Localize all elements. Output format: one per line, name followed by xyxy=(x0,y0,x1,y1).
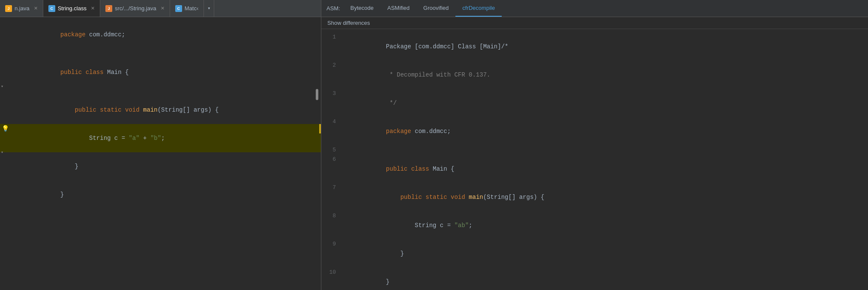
right-code-text-6: public class Main { xyxy=(343,155,868,183)
right-line-5: 5 xyxy=(321,145,868,155)
r-str-ab: "ab" xyxy=(454,222,469,229)
code-line-6: 💡 String c = "a" + "b"; xyxy=(0,124,321,152)
string-decl: String c = xyxy=(60,135,129,142)
comment-end: */ xyxy=(386,100,397,107)
tab-cfrdecompile[interactable]: cfrDecompile xyxy=(455,0,502,17)
line-num-1: 1 xyxy=(321,33,343,42)
right-line-10: 10 } xyxy=(321,268,868,290)
tab-string-class[interactable]: C String.class ✕ xyxy=(43,0,100,17)
plus: + xyxy=(140,135,150,142)
r-kw-public-6: public xyxy=(386,166,411,172)
line-num-9: 9 xyxy=(321,240,343,249)
right-code-text-7: public static void main(String[] args) { xyxy=(343,183,868,211)
code-text-3: public class Main { xyxy=(17,58,317,86)
tab-string-class-close[interactable]: ✕ xyxy=(91,6,95,11)
code-text-5: public static void main(String[] args) { xyxy=(17,96,317,124)
fold-icon-4[interactable]: ▾ xyxy=(1,84,3,89)
r-closing-brace-9: } xyxy=(386,250,404,257)
fold-icon-7[interactable]: ▾ xyxy=(1,150,3,155)
str-a: "a" xyxy=(129,135,139,142)
java-icon: J xyxy=(5,5,12,12)
diff-marker-6 xyxy=(319,124,321,133)
kw-public-5: public xyxy=(60,107,100,113)
r-kw-public-7: public xyxy=(386,194,425,201)
right-code-text-10: } xyxy=(343,268,868,290)
closing-brace-7: } xyxy=(60,163,78,170)
class-name-3: Main { xyxy=(107,69,129,76)
code-text-2 xyxy=(17,49,317,58)
code-line-5: public static void main(String[] args) { xyxy=(0,96,321,124)
line-num-7: 7 xyxy=(321,183,343,192)
tab-src-string-java[interactable]: J src/.../String.java ✕ xyxy=(100,0,170,17)
code-text-7: } xyxy=(17,152,317,181)
r-kw-static-7: static xyxy=(425,194,451,201)
line-num-6: 6 xyxy=(321,155,343,164)
lightbulb-icon[interactable]: 💡 xyxy=(2,125,9,132)
right-line-2: 2 * Decompiled with CFR 0.137. xyxy=(321,61,868,89)
right-line-1: 1 Package [com.ddmcc] Class [Main]/* xyxy=(321,33,868,61)
tab-match-label: Matc‹ xyxy=(185,5,199,12)
kw-package: package xyxy=(60,31,89,38)
args-5: (String[] args) { xyxy=(158,107,219,113)
tab-main-java-close[interactable]: ✕ xyxy=(34,6,38,11)
class-icon: C xyxy=(48,5,55,12)
tab-groovified[interactable]: Groovified xyxy=(416,0,455,17)
code-line-8: } xyxy=(0,181,321,209)
code-line-4: ▾ xyxy=(0,86,321,96)
code-line-7: ▾ } xyxy=(0,152,321,181)
right-line-8: 8 String c = "ab"; xyxy=(321,211,868,240)
semicolon-6: ; xyxy=(161,135,165,142)
right-code-text-2: * Decompiled with CFR 0.137. xyxy=(343,61,868,89)
r-semicolon-8: ; xyxy=(469,222,472,229)
r-kw-void-7: void xyxy=(451,194,469,201)
r-string-decl: String c = xyxy=(386,222,455,229)
r-closing-brace-10: } xyxy=(386,278,389,285)
code-text-1: package com.ddmcc; xyxy=(17,21,317,49)
code-line-2 xyxy=(0,49,321,58)
right-code-text-1: Package [com.ddmcc] Class [Main]/* xyxy=(343,33,868,61)
line-num-4: 4 xyxy=(321,117,343,127)
kw-void-5: void xyxy=(125,107,143,113)
code-text-4 xyxy=(17,86,317,96)
r-kw-class-6: class xyxy=(411,166,433,172)
show-differences-bar[interactable]: Show differences xyxy=(321,17,868,29)
line-num-2: 2 xyxy=(321,61,343,70)
pkg-class-header: Package [com.ddmcc] Class [Main]/* xyxy=(386,43,509,50)
str-b: "b" xyxy=(150,135,161,142)
line-num-3: 3 xyxy=(321,89,343,98)
left-code-area[interactable]: package com.ddmcc; public class Main { xyxy=(0,17,321,290)
tab-main-java[interactable]: J n.java ✕ xyxy=(0,0,43,17)
right-code-text-8: String c = "ab"; xyxy=(343,211,868,240)
r-class-name-6: Main { xyxy=(433,166,454,172)
code-text-6: String c = "a" + "b"; xyxy=(17,124,317,152)
left-code-panel: package com.ddmcc; public class Main { xyxy=(0,17,321,290)
right-code-text-4: package com.ddmcc; xyxy=(343,117,868,145)
tab-asmified[interactable]: ASMified xyxy=(380,0,416,17)
tab-bytecode[interactable]: Bytecode xyxy=(344,0,380,17)
match-icon: C xyxy=(175,5,182,12)
kw-public-3: public xyxy=(60,69,86,76)
right-code-text-9: } xyxy=(343,240,868,268)
right-line-6: 6 public class Main { xyxy=(321,155,868,183)
right-code-text-5 xyxy=(343,145,868,155)
tab-src-string-java-label: src/.../String.java xyxy=(115,5,156,12)
right-code-panel: Show differences 1 Package [com.ddmcc] C… xyxy=(321,17,868,290)
code-text-8: } xyxy=(17,181,317,209)
right-line-4: 4 package com.ddmcc; xyxy=(321,117,868,145)
show-differences-label: Show differences xyxy=(327,20,370,26)
line-num-8: 8 xyxy=(321,211,343,221)
comment-cfr: * Decompiled with CFR 0.137. xyxy=(386,71,491,78)
right-code-text-3: */ xyxy=(343,89,868,117)
line-num-5: 5 xyxy=(321,145,343,155)
tab-string-class-label: String.class xyxy=(58,5,87,12)
tab-dropdown-button[interactable]: ▾ xyxy=(204,0,214,17)
tab-src-string-java-close[interactable]: ✕ xyxy=(161,6,165,11)
tab-match[interactable]: C Matc‹ xyxy=(170,0,204,17)
kw-static-5: static xyxy=(100,107,125,113)
src-java-icon: J xyxy=(105,5,112,12)
r-pkg-name: com.ddmcc; xyxy=(415,128,451,135)
right-line-3: 3 */ xyxy=(321,89,868,117)
right-code-area[interactable]: 1 Package [com.ddmcc] Class [Main]/* 2 *… xyxy=(321,29,868,290)
r-args-7: (String[] args) { xyxy=(483,194,545,201)
kw-class-3: class xyxy=(86,69,107,76)
